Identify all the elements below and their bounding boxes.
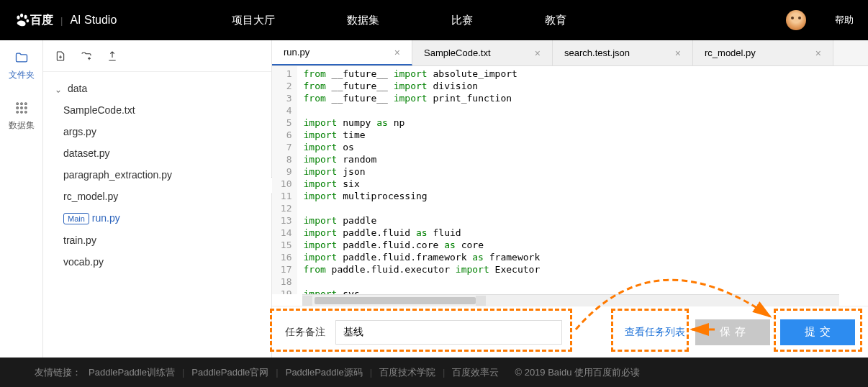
remark-input[interactable] (335, 320, 562, 345)
footer-link-1[interactable]: PaddlePaddle官网 (191, 366, 268, 379)
svg-point-0 (17, 16, 19, 19)
nav-right: 帮助 (786, 10, 854, 30)
footer: 友情链接： PaddlePaddle训练营| PaddlePaddle官网| P… (0, 358, 868, 387)
main-area: 文件夹 数据集 data SampleCode.txt args.py data… (0, 40, 868, 358)
close-icon[interactable]: × (535, 47, 541, 59)
brand-studio: AI Studio (70, 14, 117, 27)
code-content[interactable]: from __future__ import absolute_importfr… (297, 66, 868, 294)
footer-label: 友情链接： (35, 366, 81, 379)
logo-area[interactable]: 百度 | AI Studio (14, 12, 117, 28)
nav-help[interactable]: 帮助 (835, 14, 854, 27)
file-toolbar (43, 40, 271, 72)
close-icon[interactable]: × (675, 47, 681, 59)
horizontal-scrollbar[interactable] (302, 294, 839, 306)
new-folder-icon[interactable] (81, 50, 92, 62)
side-tab-files[interactable]: 文件夹 (0, 40, 42, 91)
new-file-icon[interactable] (55, 50, 66, 62)
tab-label: run.py (284, 47, 309, 58)
close-icon[interactable]: × (394, 47, 400, 58)
svg-point-11 (20, 111, 22, 113)
svg-point-1 (20, 14, 23, 18)
file-vocab[interactable]: vocab.py (55, 251, 260, 273)
file-dataset[interactable]: dataset.py (55, 142, 260, 164)
save-button[interactable]: 保存 (695, 319, 770, 345)
folder-icon (14, 50, 29, 65)
editor-tabs: run.py×SampleCode.txt×search.test.json×r… (272, 40, 868, 66)
file-rc-model[interactable]: rc_model.py (55, 186, 260, 207)
side-tabs: 文件夹 数据集 (0, 40, 43, 358)
nav-project-hall[interactable]: 项目大厅 (196, 14, 311, 27)
close-icon[interactable]: × (815, 47, 821, 59)
editor-tab[interactable]: rc_model.py× (693, 40, 833, 65)
folder-data[interactable]: data (55, 78, 260, 99)
paw-icon (14, 12, 30, 28)
file-samplecode[interactable]: SampleCode.txt (55, 99, 260, 121)
footer-link-0[interactable]: PaddlePaddle训练营 (89, 366, 175, 379)
editor-tab[interactable]: search.test.json× (553, 40, 693, 65)
svg-point-3 (27, 19, 30, 23)
nav-education[interactable]: 教育 (509, 14, 602, 27)
footer-copyright: © 2019 Baidu 使用百度前必读 (515, 366, 640, 379)
svg-point-5 (20, 102, 22, 104)
nav-links: 项目大厅 数据集 比赛 教育 (196, 14, 602, 27)
svg-point-6 (24, 102, 27, 104)
file-panel: data SampleCode.txt args.py dataset.py p… (43, 40, 272, 358)
editor-tab[interactable]: SampleCode.txt× (412, 40, 553, 65)
dataset-icon (14, 101, 29, 115)
svg-point-7 (16, 106, 18, 109)
top-nav: 百度 | AI Studio 项目大厅 数据集 比赛 教育 帮助 (0, 0, 868, 40)
main-badge: Main (63, 213, 89, 224)
svg-point-12 (24, 111, 27, 113)
upload-icon[interactable] (107, 50, 118, 62)
footer-link-3[interactable]: 百度技术学院 (379, 366, 435, 379)
svg-point-9 (24, 106, 27, 109)
nav-competition[interactable]: 比赛 (415, 14, 509, 27)
file-args[interactable]: args.py (55, 121, 260, 142)
bottom-bar: 任务备注 查看任务列表 保存 提交 (272, 306, 868, 358)
code-editor[interactable]: 123456789101112131415161718192021222324 … (272, 66, 868, 294)
file-paragraph-extraction[interactable]: paragraph_extraction.py (55, 164, 260, 186)
editor-area: run.py×SampleCode.txt×search.test.json×r… (272, 40, 868, 358)
remark-label: 任务备注 (285, 326, 325, 339)
footer-link-2[interactable]: PaddlePaddle源码 (286, 366, 363, 379)
submit-button[interactable]: 提交 (780, 319, 855, 345)
side-tab-dataset[interactable]: 数据集 (0, 91, 42, 141)
editor-tab[interactable]: run.py× (272, 40, 412, 65)
task-list-link[interactable]: 查看任务列表 (625, 326, 685, 339)
tab-label: search.test.json (564, 47, 630, 58)
tab-label: SampleCode.txt (424, 47, 491, 58)
nav-datasets[interactable]: 数据集 (311, 14, 415, 27)
logo-divider: | (60, 15, 63, 26)
file-tree: data SampleCode.txt args.py dataset.py p… (43, 72, 271, 278)
baidu-logo: 百度 (14, 12, 53, 28)
svg-point-10 (16, 111, 18, 113)
gutter: 123456789101112131415161718192021222324 (272, 66, 297, 294)
avatar[interactable] (786, 10, 806, 30)
svg-point-8 (20, 106, 22, 109)
file-train[interactable]: train.py (55, 229, 260, 251)
file-run[interactable]: Mainrun.py (55, 207, 260, 229)
svg-point-4 (16, 102, 18, 104)
svg-point-2 (24, 15, 27, 19)
footer-link-4[interactable]: 百度效率云 (452, 366, 499, 379)
scrollbar-thumb[interactable] (315, 297, 476, 304)
tab-label: rc_model.py (705, 47, 756, 58)
